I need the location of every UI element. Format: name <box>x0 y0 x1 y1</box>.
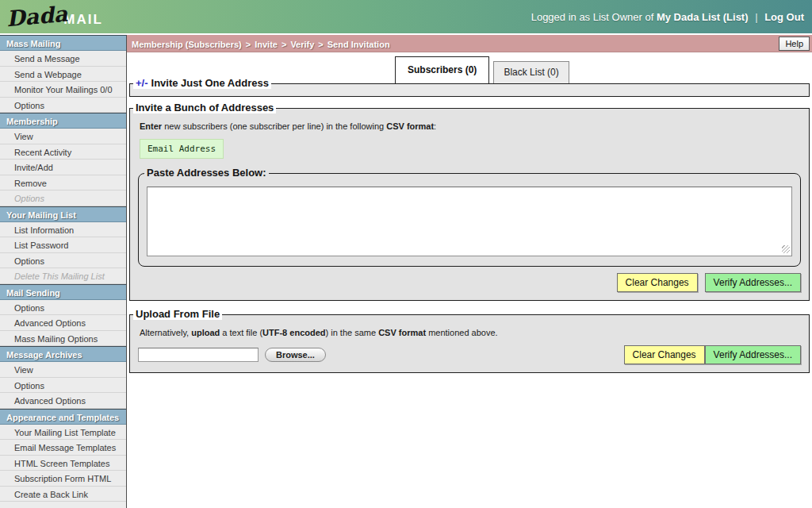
logo-dada-script: Dada <box>6 3 68 30</box>
upload-row: Browse... Clear Changes Verify Addresses… <box>138 345 801 364</box>
instruction-bold: upload <box>191 328 220 337</box>
upload-instruction: Alternatively, upload a text file (UTF-8… <box>140 328 799 337</box>
login-status: Logged in as List Owner of My Dada List … <box>531 11 804 23</box>
tab-bar: Subscribers (0)Black List (0) <box>395 58 812 83</box>
invite-one-address-title: Invite Just One Address <box>151 77 269 89</box>
sidebar-item[interactable]: Recent Activity <box>0 144 126 160</box>
upload-from-file-fieldset: Upload From File Alternatively, upload a… <box>129 314 810 373</box>
expand-collapse-toggle[interactable]: +/- <box>136 77 148 89</box>
logout-link[interactable]: Log Out <box>764 11 804 23</box>
sidebar-item[interactable]: Send a Webpage <box>0 67 126 83</box>
sidebar-item[interactable]: Advanced Options <box>0 315 126 331</box>
logo-mail-text: MAIL <box>63 12 103 28</box>
instruction-text: Alternatively, <box>140 328 191 337</box>
login-prefix: Logged in as List Owner of <box>531 11 654 23</box>
breadcrumb-item[interactable]: Invite <box>255 40 278 49</box>
sidebar-item: Options <box>0 190 126 206</box>
help-button[interactable]: Help <box>779 37 810 51</box>
instruction-text: ) in the same <box>326 328 379 337</box>
sidebar-section-title: Message Archives <box>0 346 126 362</box>
app-header: Dada MAIL Logged in as List Owner of My … <box>0 0 812 33</box>
breadcrumb: Membership (Subscribers)>Invite>Verify>S… <box>132 37 390 51</box>
sidebar-section-title: Mail Sending <box>0 284 126 300</box>
sidebar-section-title: Appearance and Templates <box>0 409 126 425</box>
breadcrumb-bar: Membership (Subscribers)>Invite>Verify>S… <box>127 35 812 52</box>
bunch-button-row: Clear Changes Verify Addresses... <box>138 273 801 292</box>
paste-addresses-textarea[interactable] <box>147 187 792 256</box>
sidebar-item[interactable]: HTML Screen Templates <box>0 456 126 471</box>
sidebar-item[interactable]: Advanced Options <box>0 393 126 409</box>
breadcrumb-separator: > <box>318 40 323 49</box>
invite-one-address-fieldset: +/-Invite Just One Address <box>129 83 810 97</box>
verify-addresses-button[interactable]: Verify Addresses... <box>705 345 801 364</box>
sidebar-item[interactable]: Subscription Form HTML <box>0 471 126 487</box>
clear-changes-button[interactable]: Clear Changes <box>617 273 698 292</box>
instruction-bold: UTF-8 encoded <box>262 328 325 337</box>
breadcrumb-separator: > <box>246 40 251 49</box>
sidebar-item[interactable]: Options <box>0 378 126 394</box>
sidebar-item[interactable]: Options <box>0 300 126 316</box>
breadcrumb-item[interactable]: Verify <box>290 40 314 49</box>
invite-bunch-legend: Invite a Bunch of Addresses <box>133 102 276 114</box>
csv-column-chip: Email Address <box>140 139 224 159</box>
sidebar-item[interactable]: View <box>0 129 126 144</box>
invite-one-address-legend: +/-Invite Just One Address <box>133 77 271 89</box>
sidebar-item[interactable]: Options <box>0 98 126 114</box>
sidebar-section-title: Mass Mailing <box>0 35 126 51</box>
sidebar-item[interactable]: Invite/Add <box>0 160 126 175</box>
tab-black-list[interactable]: Black List (0) <box>493 61 569 83</box>
sidebar-section-title: Membership <box>0 113 126 129</box>
dada-mail-logo[interactable]: Dada MAIL <box>6 6 103 28</box>
breadcrumb-item[interactable]: Membership (Subscribers) <box>132 40 242 49</box>
sidebar: Mass MailingSend a MessageSend a Webpage… <box>0 35 127 508</box>
sidebar-item[interactable]: Options <box>0 253 126 269</box>
verify-addresses-button[interactable]: Verify Addresses... <box>705 273 801 292</box>
sidebar-item[interactable]: List Information <box>0 222 126 238</box>
sidebar-item[interactable]: Send a Message <box>0 51 126 67</box>
instruction-text: a text file ( <box>220 328 262 337</box>
main-column: Membership (Subscribers)>Invite>Verify>S… <box>127 35 812 508</box>
sidebar-item[interactable]: Mass Mailing Options <box>0 331 126 347</box>
sidebar-item[interactable]: Remove <box>0 175 126 191</box>
instruction-bold: CSV format <box>386 121 434 131</box>
sidebar-item[interactable]: Create a Back Link <box>0 487 126 502</box>
file-path-input[interactable] <box>138 348 259 362</box>
instruction-bold: Enter <box>140 121 162 131</box>
paste-textarea-wrap <box>147 187 792 256</box>
sidebar-item[interactable]: View <box>0 362 126 378</box>
tab-subscribers[interactable]: Subscribers (0) <box>395 56 489 83</box>
sidebar-item[interactable]: List Password <box>0 237 126 253</box>
instruction-text: mentioned above. <box>426 328 498 337</box>
paste-addresses-fieldset: Paste Addresses Below: <box>138 173 801 267</box>
browse-button[interactable]: Browse... <box>265 348 326 362</box>
upload-from-file-legend: Upload From File <box>133 308 222 320</box>
current-list-name: My Dada List (List) <box>657 11 749 23</box>
invite-bunch-fieldset: Invite a Bunch of Addresses Enter new su… <box>129 108 810 301</box>
content-area: Subscribers (0)Black List (0) +/-Invite … <box>127 52 812 508</box>
instruction-text: new subscribers (one subscriber per line… <box>162 121 386 131</box>
paste-addresses-legend: Paste Addresses Below: <box>144 167 269 179</box>
breadcrumb-separator: > <box>282 40 286 49</box>
sidebar-item[interactable]: Email Message Templates <box>0 440 126 456</box>
sidebar-section-title: Your Mailing List <box>0 206 126 222</box>
sidebar-item: Delete This Mailing List <box>0 268 126 284</box>
instruction-text: : <box>434 121 436 131</box>
breadcrumb-item[interactable]: Send Invitation <box>327 40 390 49</box>
instruction-bold: CSV format <box>378 328 426 337</box>
sidebar-item[interactable]: Your Mailing List Template <box>0 425 126 441</box>
sidebar-item[interactable]: Monitor Your Mailings 0/0 <box>0 82 126 98</box>
csv-format-instruction: Enter new subscribers (one subscriber pe… <box>140 121 799 131</box>
login-separator: | <box>755 11 757 23</box>
clear-changes-button[interactable]: Clear Changes <box>624 345 705 364</box>
